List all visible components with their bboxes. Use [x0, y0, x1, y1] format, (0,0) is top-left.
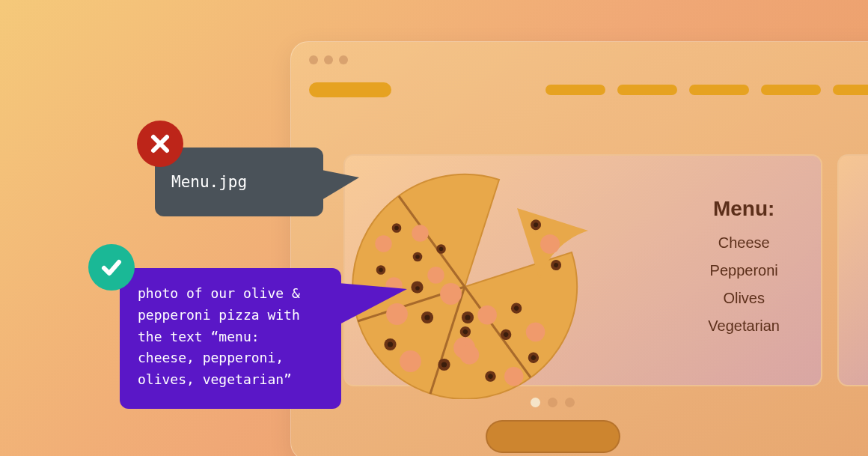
window-dot [339, 55, 348, 64]
browser-window: Menu: Cheese Pepperoni Olives Vegetarian [290, 41, 868, 456]
menu-item: Pepperoni [708, 262, 780, 279]
pagination-dots [531, 398, 575, 407]
check-icon [99, 255, 124, 280]
window-dot [309, 55, 318, 64]
bad-alt-text: Menu.jpg [171, 173, 247, 191]
nav-item-placeholder [833, 85, 868, 95]
good-alt-text-tooltip: photo of our olive & pepperoni pizza wit… [120, 268, 341, 409]
x-icon [149, 133, 171, 155]
bad-alt-text-tooltip: Menu.jpg [155, 148, 323, 216]
nav-bar [309, 82, 868, 97]
good-alt-text: photo of our olive & pepperoni pizza wit… [138, 283, 323, 391]
gallery: Menu: Cheese Pepperoni Olives Vegetarian [343, 154, 868, 386]
menu-item: Cheese [708, 234, 780, 252]
logo-placeholder [309, 82, 391, 97]
nav-item-placeholder [617, 85, 677, 95]
cta-button-placeholder [486, 420, 620, 453]
window-controls [309, 55, 348, 64]
window-dot [324, 55, 333, 64]
menu-item: Olives [708, 290, 780, 307]
correct-badge [88, 244, 135, 291]
page-dot-active [531, 398, 540, 407]
menu-item: Vegetarian [708, 317, 780, 335]
menu-title: Menu: [708, 197, 780, 221]
page-dot [548, 398, 557, 407]
wrong-badge [137, 121, 183, 167]
menu-card: Menu: Cheese Pepperoni Olives Vegetarian [343, 154, 822, 386]
menu-list: Cheese Pepperoni Olives Vegetarian [708, 234, 780, 335]
pizza-illustration [349, 145, 603, 399]
page-dot [565, 398, 575, 407]
nav-item-placeholder [689, 85, 749, 95]
next-card [837, 154, 868, 386]
nav-item-placeholder [545, 85, 605, 95]
menu-text-block: Menu: Cheese Pepperoni Olives Vegetarian [708, 197, 780, 335]
nav-item-placeholder [761, 85, 821, 95]
